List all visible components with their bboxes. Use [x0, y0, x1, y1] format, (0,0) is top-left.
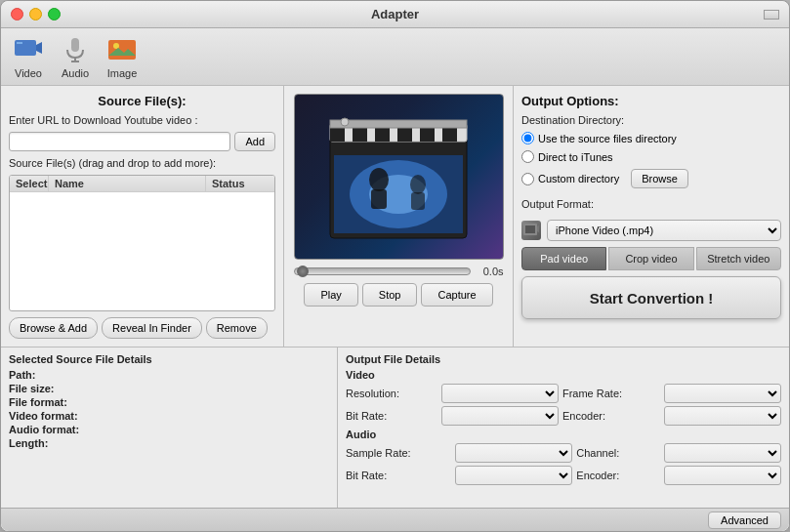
left-panel: Source File(s): Enter URL to Download Yo…: [1, 86, 284, 347]
toolbar: Video Audio Image: [1, 28, 789, 86]
radio-custom-label: Custom directory: [538, 173, 619, 184]
playback-buttons: Play Stop Capture: [304, 283, 492, 307]
main-content: Source File(s): Enter URL to Download Yo…: [1, 86, 789, 347]
resolution-select[interactable]: [441, 384, 559, 403]
titlebar: Adapter: [1, 1, 789, 28]
progress-thumb: [297, 266, 309, 277]
selected-details-title: Selected Source File Details: [9, 353, 329, 365]
window-shade-button[interactable]: [764, 10, 779, 20]
samplerate-label: Sample Rate:: [346, 447, 451, 459]
toolbar-video[interactable]: Video: [13, 34, 44, 79]
table-body: [10, 192, 274, 309]
stretch-video-button[interactable]: Stretch video: [696, 247, 781, 270]
play-button[interactable]: Play: [304, 283, 357, 307]
format-row: iPhone Video (.mp4): [521, 220, 781, 241]
length-row: Length:: [9, 437, 329, 449]
drag-label: Source File(s) (drag and drop to add mor…: [9, 157, 275, 169]
path-label: Path:: [9, 369, 87, 381]
encoder-select[interactable]: [664, 406, 781, 426]
titlebar-right: [764, 10, 779, 20]
svg-rect-2: [17, 42, 22, 44]
url-row: Add: [9, 132, 275, 151]
clapperboard-svg: [320, 106, 477, 248]
fileformat-label: File format:: [9, 396, 87, 408]
audio-encoder-select[interactable]: [664, 466, 781, 485]
destination-label: Destination Directory:: [521, 114, 781, 126]
encoder-label: Encoder:: [562, 410, 660, 422]
remove-button[interactable]: Remove: [206, 317, 268, 339]
audio-subsection-label: Audio: [346, 429, 781, 440]
svg-rect-6: [108, 40, 136, 60]
toolbar-image[interactable]: Image: [106, 34, 138, 79]
svg-rect-27: [525, 225, 535, 233]
progress-bar[interactable]: [294, 267, 471, 275]
radio-source-row: Use the source files directory: [521, 132, 781, 144]
add-url-button[interactable]: Add: [234, 132, 275, 151]
format-select[interactable]: iPhone Video (.mp4): [547, 220, 781, 241]
audio-label: Audio: [62, 67, 89, 79]
url-input[interactable]: [9, 132, 230, 151]
bottom-right: Output File Details Video Resolution: Fr…: [338, 348, 789, 508]
browse-add-button[interactable]: Browse & Add: [9, 317, 98, 339]
custom-browse-button[interactable]: Browse: [631, 169, 688, 188]
format-label: Output Format:: [521, 198, 781, 210]
output-file-details-title: Output File Details: [346, 353, 781, 365]
audio-bitrate-label: Bit Rate:: [346, 470, 451, 481]
bottom-left: Selected Source File Details Path: File …: [1, 348, 338, 508]
action-buttons: Browse & Add Reveal In Finder Remove: [9, 317, 275, 339]
channel-label: Channel:: [576, 447, 660, 459]
capture-button[interactable]: Capture: [421, 283, 492, 307]
right-panel: Output Options: Destination Directory: U…: [514, 86, 789, 347]
radio-source[interactable]: [521, 132, 534, 144]
toolbar-audio[interactable]: Audio: [60, 34, 91, 79]
close-button[interactable]: [11, 8, 23, 20]
bitrate-select[interactable]: [441, 406, 559, 426]
framerate-label: Frame Rate:: [562, 388, 660, 399]
audio-bitrate-select[interactable]: [455, 466, 572, 485]
radio-itunes-row: Direct to iTunes: [521, 150, 781, 163]
stop-button[interactable]: Stop: [362, 283, 418, 307]
svg-marker-1: [36, 42, 42, 54]
progress-row: 0.0s: [294, 266, 504, 277]
format-icon: [521, 221, 541, 240]
resolution-label: Resolution:: [346, 388, 437, 399]
reveal-finder-button[interactable]: Reveal In Finder: [102, 317, 202, 339]
col-name: Name: [49, 176, 206, 191]
filesize-label: File size:: [9, 383, 87, 394]
source-title: Source File(s):: [9, 94, 275, 108]
svg-rect-14: [371, 189, 387, 209]
filesize-row: File size:: [9, 383, 329, 394]
url-label: Enter URL to Download Youtube video :: [9, 114, 275, 126]
time-label: 0.0s: [475, 266, 504, 277]
pad-crop-row: Pad video Crop video Stretch video: [521, 247, 781, 270]
maximize-button[interactable]: [48, 8, 61, 20]
audio-icon: [60, 34, 91, 65]
radio-custom-row: Custom directory Browse: [521, 169, 781, 188]
audioformat-label: Audio format:: [9, 424, 87, 435]
crop-video-button[interactable]: Crop video: [608, 247, 693, 270]
video-label: Video: [15, 67, 42, 79]
middle-panel: 0.0s Play Stop Capture: [284, 86, 514, 347]
svg-rect-16: [411, 192, 425, 210]
videoformat-label: Video format:: [9, 410, 87, 422]
radio-source-label: Use the source files directory: [538, 133, 677, 144]
minimize-button[interactable]: [29, 8, 42, 20]
file-table: Select Name Status: [9, 175, 275, 311]
col-status: Status: [206, 176, 274, 191]
video-preview: [294, 94, 504, 260]
radio-itunes[interactable]: [521, 150, 534, 163]
bottom-panels: Selected Source File Details Path: File …: [1, 347, 789, 508]
audio-grid: Sample Rate: Channel: Bit Rate: Encoder:: [346, 443, 781, 485]
framerate-select[interactable]: [664, 384, 781, 403]
channel-select[interactable]: [664, 443, 781, 463]
titlebar-buttons: [11, 8, 61, 20]
svg-point-13: [369, 168, 389, 191]
svg-rect-3: [71, 38, 79, 52]
convert-button[interactable]: Start Convertion !: [521, 276, 781, 319]
audioformat-row: Audio format:: [9, 424, 329, 435]
svg-marker-28: [537, 225, 539, 232]
advanced-button[interactable]: Advanced: [708, 512, 781, 529]
samplerate-select[interactable]: [455, 443, 572, 463]
radio-custom[interactable]: [521, 173, 534, 185]
pad-video-button[interactable]: Pad video: [521, 247, 606, 270]
